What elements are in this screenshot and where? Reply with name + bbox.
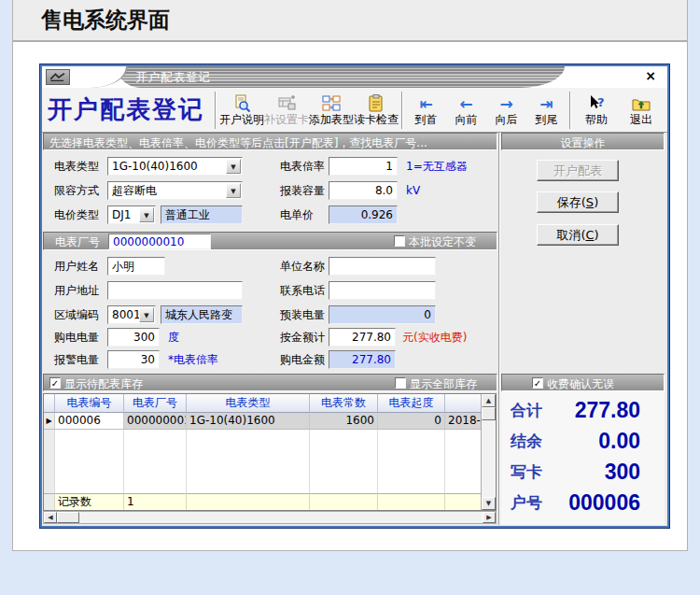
user-name-label: 用户姓名 <box>54 257 99 276</box>
toolbar-button-label: 向后 <box>496 113 518 126</box>
close-button[interactable]: × <box>642 68 659 84</box>
account-no-value: 000006 <box>568 490 640 516</box>
horizontal-scroll-thumb[interactable] <box>57 512 79 523</box>
scroll-up-icon[interactable]: ▲ <box>482 394 496 407</box>
ratio-hint: 1=无互感器 <box>406 157 468 176</box>
save-button[interactable]: 保存(S) <box>537 191 619 213</box>
cell-constant: 1600 <box>310 413 378 430</box>
dropdown-arrow-icon[interactable]: ▼ <box>226 159 241 174</box>
save-label-pre: 保存( <box>557 195 586 209</box>
record-count-value: 1 <box>124 493 187 510</box>
total-value: 277.80 <box>575 398 640 423</box>
purchase-energy-input[interactable]: 300 <box>107 328 160 347</box>
help-cursor-icon: ? <box>587 94 606 113</box>
toolbar-button-go-next[interactable]: → 向后 <box>486 94 526 126</box>
form-heading: 开户配表登记 <box>48 93 204 126</box>
company-name-label: 单位名称 <box>280 257 325 276</box>
clipboard-check-icon <box>367 94 385 113</box>
vertical-scroll-thumb[interactable] <box>482 407 496 420</box>
go-next-icon: → <box>499 94 512 113</box>
price-type-select[interactable]: DJ1 ▼ <box>107 205 156 224</box>
by-amount-label: 按金额计 <box>280 328 325 347</box>
go-last-icon: ⇥ <box>539 94 553 113</box>
summary-row-total: 合计 277.80 <box>501 395 665 426</box>
settings-bar-title: 设置操作 <box>502 135 664 151</box>
scroll-right-icon[interactable]: ▶ <box>483 512 496 523</box>
user-name-input[interactable]: 小明 <box>107 257 165 276</box>
main-area: 先选择电表类型、电表倍率、电价类型等后点击[开户配表]，查找电表厂号... 电表… <box>42 133 667 525</box>
save-label-key: S <box>586 195 594 209</box>
cell-type: 1G-10(40)1600 <box>187 413 310 430</box>
grid-data-row[interactable]: ▶ 000006 0000000010 1G-10(40)1600 1600 0… <box>44 413 483 430</box>
dropdown-arrow-icon[interactable]: ▼ <box>139 207 154 222</box>
meter-ratio-input[interactable]: 1 <box>329 157 398 176</box>
alarm-energy-input[interactable]: 30 <box>107 350 160 369</box>
balance-label: 结余 <box>511 431 542 452</box>
by-amount-input[interactable]: 277.80 <box>329 328 396 347</box>
grid-empty-row <box>44 461 483 477</box>
price-type-label: 电价类型 <box>54 205 99 224</box>
toolbar-button-reissue-card: 补设置卡 <box>264 94 309 126</box>
meter-type-select[interactable]: 1G-10(40)1600 ▼ <box>107 157 243 176</box>
write-card-label: 写卡 <box>511 461 542 483</box>
save-label-post: ) <box>594 195 598 209</box>
cancel-label-pre: 取消( <box>556 228 585 242</box>
preload-energy-label: 预装电量 <box>280 305 325 324</box>
toolbar-separator <box>401 92 403 129</box>
toolbar-button-help[interactable]: ? 帮助 <box>574 94 619 126</box>
price-type-code: DJ1 <box>112 208 131 221</box>
install-capacity-label: 报装容量 <box>280 181 325 200</box>
toolbar-button-label: 到尾 <box>536 113 558 126</box>
add-meter-type-icon <box>322 94 341 113</box>
grid-empty-row <box>44 430 483 446</box>
scroll-down-icon[interactable]: ▼ <box>482 497 496 510</box>
scroll-left-icon[interactable]: ◀ <box>44 512 57 523</box>
toolbar-button-exit[interactable]: 退出 <box>619 94 664 126</box>
toolbar-button-read-card-check[interactable]: 读卡检查 <box>354 94 399 126</box>
row-pointer-icon: ▶ <box>44 413 55 430</box>
user-address-input[interactable] <box>107 281 243 300</box>
titlebar: 开户配表登记 × <box>42 66 667 88</box>
contact-phone-input[interactable] <box>329 281 436 300</box>
record-count-row: 记录数 1 <box>44 493 483 510</box>
company-name-input[interactable] <box>329 257 436 276</box>
meter-stock-grid: 电表编号 电表厂号 电表类型 电表常数 电表起度 ▶ 000006 000000… <box>43 393 497 511</box>
grid-header-date <box>445 394 483 413</box>
toolbar-button-go-previous[interactable]: ← 向前 <box>446 94 486 126</box>
meter-serial-input[interactable]: 0000000010 <box>108 234 211 249</box>
toolbar-button-go-first[interactable]: ⇤ 到首 <box>406 94 446 126</box>
balance-value: 0.00 <box>598 429 640 454</box>
batch-keep-checkbox[interactable] <box>394 235 405 247</box>
toolbar-button-account-help[interactable]: 开户说明 <box>219 94 264 126</box>
capacity-limit-select[interactable]: 超容断电 ▼ <box>107 181 243 200</box>
area-code-select[interactable]: 8001 ▼ <box>107 305 156 324</box>
install-capacity-input[interactable]: 8.0 <box>329 181 398 200</box>
meter-type-label: 电表类型 <box>54 157 99 176</box>
show-pending-stock-checkbox[interactable]: ✓ <box>49 377 61 389</box>
grid-header-constant: 电表常数 <box>310 394 378 413</box>
capacity-limit-value: 超容断电 <box>112 184 157 197</box>
dropdown-arrow-icon[interactable]: ▼ <box>139 307 154 322</box>
toolbar-button-go-last[interactable]: ⇥ 到尾 <box>526 94 567 126</box>
meter-serial-bar: 电表厂号 0000000010 本批设定不变 <box>43 232 497 250</box>
purchase-energy-label: 购电电量 <box>54 328 99 347</box>
cell-serial: 0000000010 <box>124 413 187 430</box>
cancel-button[interactable]: 取消(C) <box>537 224 619 246</box>
grid-header-row: 电表编号 电表厂号 电表类型 电表常数 电表起度 <box>44 394 483 413</box>
vertical-scrollbar[interactable]: ▲ ▼ <box>481 394 496 510</box>
show-all-stock-checkbox[interactable] <box>395 377 406 389</box>
dropdown-arrow-icon[interactable]: ▼ <box>226 183 241 198</box>
purchase-energy-unit-hint: 度 <box>168 328 179 347</box>
fee-confirm-checkbox[interactable]: ✓ <box>532 377 543 389</box>
window-inner: 开户配表登记 × 开户配表登记 开户说明 补设置卡 <box>40 64 669 528</box>
window-logo-icon <box>46 69 70 85</box>
toolbar-button-label: 退出 <box>630 113 652 126</box>
go-first-icon: ⇤ <box>419 94 432 113</box>
toolbar-button-add-meter-type[interactable]: 添加表型 <box>309 94 354 126</box>
contact-phone-label: 联系电话 <box>280 281 325 300</box>
horizontal-scroll-track[interactable] <box>79 512 483 523</box>
horizontal-scrollbar[interactable]: ◀ ▶ <box>43 511 497 524</box>
toolbar-button-label: 补设置卡 <box>264 113 309 126</box>
toolbar-button-label: 向前 <box>455 113 478 126</box>
card-setup-icon <box>277 94 296 113</box>
